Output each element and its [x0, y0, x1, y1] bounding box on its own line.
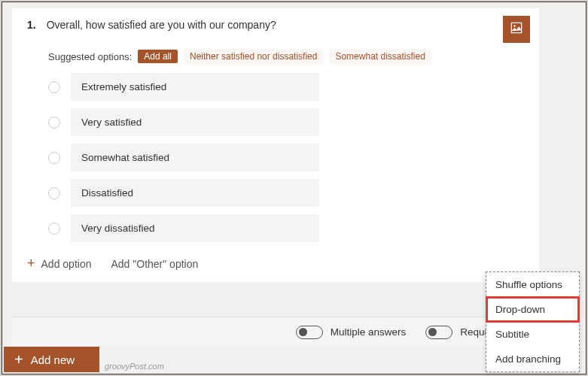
- toggle-icon: [425, 326, 452, 339]
- add-all-button[interactable]: Add all: [138, 50, 178, 63]
- option-row: Extremely satisfied: [48, 73, 524, 101]
- radio-icon: [48, 223, 60, 235]
- add-new-button[interactable]: + Add new: [4, 347, 99, 372]
- more-options-menu: Shuffle options Drop-down Subtitle Add b…: [486, 271, 580, 372]
- menu-drop-down[interactable]: Drop-down: [486, 297, 579, 322]
- option-row: Somewhat satisfied: [48, 144, 524, 171]
- option-input[interactable]: Very dissatisfied: [71, 214, 319, 242]
- add-option-button[interactable]: + Add option: [27, 256, 91, 271]
- plus-icon: +: [14, 351, 23, 368]
- add-option-label: Add option: [41, 258, 92, 270]
- option-input[interactable]: Dissatisfied: [71, 179, 319, 207]
- option-row: Dissatisfied: [48, 179, 524, 207]
- menu-add-branching[interactable]: Add branching: [486, 347, 579, 371]
- multiple-answers-toggle[interactable]: Multiple answers: [296, 326, 407, 339]
- image-icon: [509, 20, 524, 38]
- app-frame: 1. Overall, how satisfied are you with o…: [2, 2, 586, 374]
- option-row: Very satisfied: [48, 108, 524, 136]
- watermark: groovyPost.com: [105, 362, 164, 371]
- radio-icon: [48, 152, 60, 164]
- option-input[interactable]: Extremely satisfied: [71, 73, 319, 101]
- add-new-label: Add new: [31, 353, 75, 366]
- question-card: 1. Overall, how satisfied are you with o…: [12, 8, 539, 282]
- question-text[interactable]: Overall, how satisfied are you with our …: [47, 19, 524, 31]
- radio-icon: [48, 117, 60, 129]
- question-row: 1. Overall, how satisfied are you with o…: [27, 19, 524, 31]
- menu-shuffle-options[interactable]: Shuffle options: [486, 272, 579, 297]
- add-option-row: + Add option Add "Other" option: [27, 256, 524, 271]
- radio-icon: [48, 81, 60, 93]
- answer-options: Extremely satisfied Very satisfied Somew…: [48, 73, 524, 242]
- option-input[interactable]: Somewhat satisfied: [71, 144, 319, 171]
- add-other-button[interactable]: Add "Other" option: [111, 258, 198, 270]
- option-input[interactable]: Very satisfied: [71, 108, 319, 136]
- plus-icon: +: [27, 256, 35, 271]
- suggested-option[interactable]: Neither satisfied nor dissatisfied: [184, 49, 323, 64]
- question-number: 1.: [27, 19, 36, 31]
- radio-icon: [48, 187, 60, 199]
- option-row: Very dissatisfied: [48, 214, 524, 242]
- suggested-option[interactable]: Somewhat dissatisfied: [329, 49, 431, 64]
- insert-media-button[interactable]: [503, 16, 530, 43]
- toggle-icon: [296, 326, 323, 339]
- suggested-label: Suggested options:: [48, 51, 132, 62]
- menu-subtitle[interactable]: Subtitle: [486, 322, 579, 347]
- suggested-options-row: Suggested options: Add all Neither satis…: [48, 49, 524, 64]
- toggle-label: Multiple answers: [331, 326, 407, 338]
- svg-point-0: [513, 25, 516, 27]
- question-toolbar: Multiple answers Required: [12, 317, 539, 347]
